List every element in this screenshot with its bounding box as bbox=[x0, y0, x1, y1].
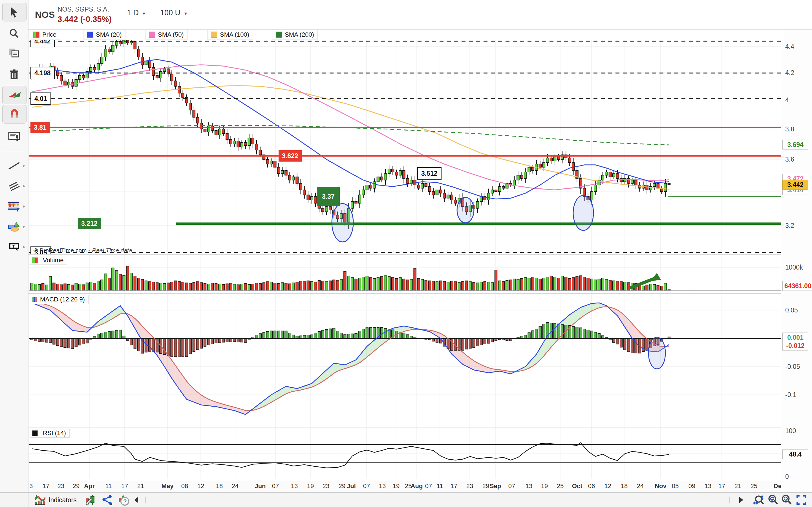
price-level-label[interactable]: 3.37 bbox=[317, 187, 340, 206]
footer-separator bbox=[748, 493, 748, 507]
macd-panel[interactable]: MACD (12 26 9) bbox=[29, 294, 781, 427]
legend-label: SMA (100) bbox=[220, 31, 249, 38]
rsi-legend-chip[interactable]: RSI (14) bbox=[30, 429, 70, 438]
legend-chip-price[interactable]: Price bbox=[30, 30, 60, 40]
last-price-change: 3.442 (-0.35%) bbox=[58, 15, 112, 24]
price-axis-tick: 3.6 bbox=[785, 156, 794, 163]
trading-app-window: ▸ ▸ F ▸ ▸ T ▸ NOS NOS, SGPS, S.A. 3.442 … bbox=[0, 0, 812, 507]
macd-value-box: -0.012 bbox=[782, 341, 808, 351]
date-tick: 19 bbox=[541, 483, 548, 490]
legend-chip-sma-200[interactable]: SMA (200) bbox=[272, 30, 318, 40]
chevron-down-icon: ▾ bbox=[184, 11, 187, 16]
panel-separator[interactable] bbox=[0, 254, 812, 255]
scroll-right-button[interactable] bbox=[735, 494, 747, 506]
legend-chip-sma-100[interactable]: SMA (100) bbox=[207, 30, 253, 40]
date-tick: Jul bbox=[347, 483, 356, 490]
price-level-label[interactable]: 4.442 bbox=[31, 40, 55, 47]
share-icon bbox=[102, 495, 112, 505]
ticker-symbol: NOS bbox=[35, 10, 55, 20]
chart-settings-button[interactable] bbox=[82, 494, 99, 506]
date-tick: 06 bbox=[588, 483, 595, 490]
price-level-label[interactable]: 4.01 bbox=[31, 93, 51, 105]
volume-swatch-icon bbox=[32, 258, 38, 263]
prt-swoosh-icon bbox=[8, 91, 21, 100]
scrollbar-thumb[interactable] bbox=[145, 497, 146, 503]
date-tick: 11 bbox=[437, 483, 443, 490]
zoom-in-icon bbox=[781, 494, 792, 506]
rsi-panel[interactable]: RSI (14) bbox=[29, 428, 781, 480]
parallel-lines-icon bbox=[8, 181, 20, 191]
submenu-arrow-icon: ▸ bbox=[23, 162, 25, 169]
macd-canvas[interactable] bbox=[29, 294, 781, 427]
text-tool-button[interactable]: T ▸ bbox=[2, 238, 26, 256]
share-button[interactable] bbox=[99, 494, 115, 506]
legend-label: Price bbox=[42, 31, 56, 38]
cursor-tool-button[interactable] bbox=[2, 3, 26, 21]
macd-axis-tick: 0.05 bbox=[785, 306, 798, 314]
copy-icon bbox=[8, 48, 20, 58]
parallel-lines-tool-button[interactable]: ▸ bbox=[2, 177, 26, 195]
date-tick: May bbox=[162, 483, 174, 490]
date-tick: 07 bbox=[363, 483, 370, 490]
macd-legend-chip[interactable]: MACD (12 26 9) bbox=[30, 295, 89, 304]
rsi-canvas[interactable] bbox=[29, 428, 781, 480]
copy-tool-button[interactable] bbox=[2, 44, 26, 62]
fibonacci-tool-button[interactable]: F ▸ bbox=[2, 198, 26, 215]
shapes-tool-button[interactable]: ▸ bbox=[2, 218, 26, 236]
delete-tool-button[interactable] bbox=[2, 65, 26, 83]
indicators-button[interactable]: Indicators bbox=[32, 494, 79, 506]
price-axis-column[interactable]: 4.44.243.83.63.21000k0.05-0.05-0.110003.… bbox=[781, 29, 812, 492]
svg-text:T: T bbox=[12, 244, 15, 248]
units-dropdown[interactable]: 100 U▾ bbox=[160, 8, 187, 17]
date-tick: 13 bbox=[526, 483, 532, 490]
legend-swatch-icon bbox=[211, 32, 217, 38]
zoom-fit-icon bbox=[753, 494, 765, 506]
legend-swatch-icon bbox=[149, 32, 155, 38]
help-button[interactable]: ? bbox=[115, 494, 132, 506]
chart-style-tool-button[interactable] bbox=[2, 86, 26, 104]
price-level-label[interactable]: 3.512 bbox=[417, 167, 442, 180]
fullscreen-button[interactable] bbox=[793, 494, 810, 506]
date-tick: 29 bbox=[73, 483, 79, 490]
copyright-text: © ProRealTime.com - Real Time data bbox=[34, 247, 132, 254]
price-chart-panel[interactable]: 4.4424.1984.013.813.6223.5123.373.2123.0… bbox=[29, 40, 781, 254]
note-icon bbox=[8, 131, 20, 142]
fullscreen-icon bbox=[796, 494, 807, 506]
zoom-in-button[interactable] bbox=[778, 494, 795, 506]
date-tick: 18 bbox=[621, 483, 628, 490]
price-level-label[interactable]: 3.81 bbox=[31, 122, 50, 133]
volume-legend-chip[interactable]: Volume bbox=[30, 256, 67, 265]
svg-text:?: ? bbox=[123, 498, 127, 504]
legend-swatch-icon bbox=[33, 32, 40, 38]
panel-separator[interactable] bbox=[0, 293, 812, 294]
volume-canvas[interactable] bbox=[29, 255, 781, 293]
scroll-left-button[interactable] bbox=[130, 494, 142, 506]
submenu-arrow-icon: ▸ bbox=[23, 203, 25, 209]
svg-text:F: F bbox=[17, 207, 20, 212]
price-level-label[interactable]: 3.622 bbox=[279, 150, 302, 162]
fibonacci-icon: F bbox=[8, 201, 20, 212]
indicators-icon bbox=[35, 495, 46, 505]
date-tick: 12 bbox=[197, 483, 204, 490]
panel-separator[interactable] bbox=[0, 427, 812, 428]
arrow-left-icon bbox=[133, 496, 139, 504]
toolbar-divider bbox=[3, 152, 25, 152]
rsi-value-box: 48.4 bbox=[782, 449, 808, 459]
legend-chip-sma-20[interactable]: SMA (20) bbox=[83, 30, 125, 40]
price-level-label[interactable]: 4.198 bbox=[31, 67, 55, 79]
magnet-tool-button[interactable] bbox=[2, 105, 26, 123]
date-axis[interactable]: 3172329Apr111721May08121824Jun0713192329… bbox=[0, 480, 812, 493]
footer-separator bbox=[28, 493, 28, 507]
volume-panel[interactable]: Volume bbox=[29, 255, 781, 293]
price-chart-canvas[interactable] bbox=[29, 40, 781, 254]
legend-chip-sma-50[interactable]: SMA (50) bbox=[145, 30, 187, 40]
zoom-tool-button[interactable] bbox=[2, 24, 26, 42]
note-tool-button[interactable] bbox=[2, 127, 26, 146]
timeframe-dropdown[interactable]: 1 D▾ bbox=[127, 8, 145, 17]
date-tick: 17 bbox=[121, 483, 128, 490]
price-level-label[interactable]: 3.212 bbox=[78, 218, 101, 229]
rsi-swatch-icon bbox=[32, 430, 38, 436]
trendline-tool-button[interactable]: ▸ bbox=[2, 157, 26, 175]
scrollbar-thumb[interactable] bbox=[729, 497, 730, 503]
legend-label: SMA (200) bbox=[285, 31, 314, 38]
